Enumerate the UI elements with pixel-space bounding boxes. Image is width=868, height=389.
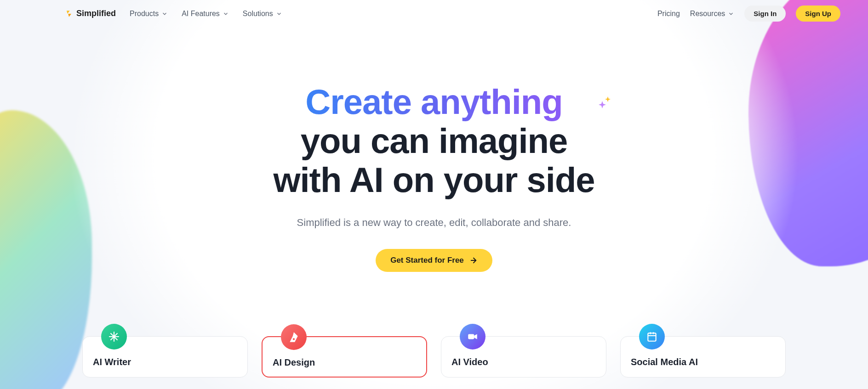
hero-gradient-line: Create anything <box>305 82 562 121</box>
logo-mark-icon <box>64 9 74 18</box>
card-title: AI Video <box>451 357 596 367</box>
nav-right-group: Pricing Resources Sign In Sign Up <box>657 6 840 22</box>
chevron-down-icon <box>276 11 282 17</box>
cta-label: Get Started for Free <box>390 256 464 265</box>
hero-section: Create anything you can imagine with AI … <box>0 82 868 272</box>
pen-nib-icon <box>281 324 307 350</box>
card-ai-writer[interactable]: AI Writer <box>82 336 248 378</box>
top-nav: Simplified Products AI Features Solution… <box>0 0 868 27</box>
chevron-down-icon <box>728 11 734 17</box>
snowflake-icon <box>101 324 127 350</box>
nav-link-pricing[interactable]: Pricing <box>657 10 680 18</box>
hero-line2: you can imagine <box>301 121 568 160</box>
chevron-down-icon <box>161 11 168 17</box>
hero-line3: with AI on your side <box>273 160 594 199</box>
nav-item-products[interactable]: Products <box>130 10 168 18</box>
logo-text: Simplified <box>76 9 116 18</box>
nav-item-label: Resources <box>690 10 725 18</box>
nav-item-resources[interactable]: Resources <box>690 10 734 18</box>
video-camera-icon <box>460 324 485 350</box>
hero-subtitle: Simplified is a new way to create, edit,… <box>0 217 868 229</box>
card-ai-design[interactable]: AI Design <box>262 336 427 378</box>
nav-item-solutions[interactable]: Solutions <box>243 10 282 18</box>
sparkle-icon <box>597 78 611 117</box>
get-started-button[interactable]: Get Started for Free <box>376 249 492 272</box>
arrow-right-icon <box>469 256 478 265</box>
nav-item-label: Products <box>130 10 159 18</box>
card-social-media-ai[interactable]: Social Media AI <box>620 336 786 378</box>
svg-rect-1 <box>468 334 474 339</box>
card-ai-video[interactable]: AI Video <box>441 336 606 378</box>
chevron-down-icon <box>223 11 229 17</box>
nav-left-group: Simplified Products AI Features Solution… <box>64 9 282 18</box>
logo[interactable]: Simplified <box>64 9 116 18</box>
sign-up-button[interactable]: Sign Up <box>796 6 840 22</box>
card-title: AI Design <box>273 357 416 368</box>
card-title: AI Writer <box>93 357 237 367</box>
card-title: Social Media AI <box>631 357 775 367</box>
nav-item-label: Solutions <box>243 10 273 18</box>
sign-in-button[interactable]: Sign In <box>744 6 786 22</box>
calendar-icon <box>639 324 665 350</box>
nav-item-label: AI Features <box>182 10 220 18</box>
hero-title: Create anything you can imagine with AI … <box>273 82 594 199</box>
svg-rect-2 <box>648 333 656 341</box>
nav-item-ai-features[interactable]: AI Features <box>182 10 229 18</box>
feature-cards: AI Writer AI Design AI Video Social Medi… <box>0 336 868 378</box>
